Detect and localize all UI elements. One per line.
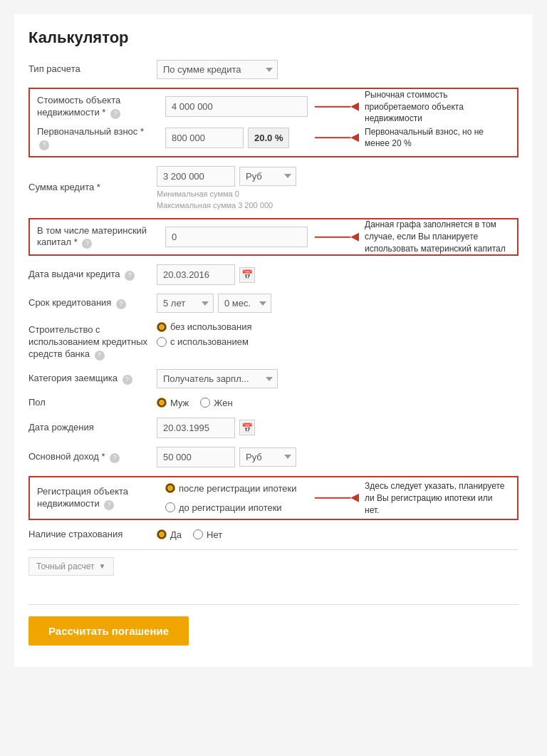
arrow-line <box>315 106 350 108</box>
arrow-line3 <box>315 236 350 237</box>
property-cost-annotation-text: Рыночная стоимость приобретаемого объект… <box>365 89 500 125</box>
initial-payment-row: Первоначальный взнос * ? 20.0 % Первонач… <box>37 126 510 150</box>
arrow-line4 <box>315 497 350 499</box>
construction-radio-group: без использования с использованием <box>157 321 251 347</box>
property-cost-input[interactable] <box>165 96 308 117</box>
divider-2 <box>28 604 519 605</box>
loan-hint-max: Максимальная сумма 3 200 000 <box>157 201 273 209</box>
insurance-yes-option[interactable]: Да <box>157 529 182 540</box>
initial-payment-annotation-text: Первоначальный взнос, но не менее 20 % <box>365 126 500 150</box>
maternity-capital-row: В том числе материнский капитал * ? Данн… <box>37 225 510 249</box>
registration-help-icon[interactable]: ? <box>104 500 114 510</box>
main-income-label: Основной доход * ? <box>28 451 157 463</box>
borrower-category-select[interactable]: Получатель зарпл... Другое <box>157 369 278 388</box>
property-cost-label: Стоимость объекта недвижимости * ? <box>37 95 165 119</box>
main-income-row: Основной доход * ? Руб USD EUR <box>28 447 519 467</box>
divider <box>28 549 519 550</box>
issue-date-help-icon[interactable]: ? <box>125 271 135 281</box>
issue-date-row: Дата выдачи кредита ? 📅 <box>28 264 519 285</box>
gender-label: Пол <box>28 397 157 409</box>
birth-date-row: Дата рождения 📅 <box>28 418 519 438</box>
gender-male-radio[interactable] <box>157 398 167 408</box>
calc-type-label: Тип расчета <box>28 63 157 76</box>
arrow-head-left3 <box>350 232 359 241</box>
insurance-no-option[interactable]: Нет <box>193 529 222 540</box>
registration-radio-2[interactable] <box>165 502 175 512</box>
initial-payment-help-icon[interactable]: ? <box>39 140 49 150</box>
gender-radio-group: Муж Жен <box>157 398 233 408</box>
initial-payment-input[interactable] <box>165 128 244 148</box>
registration-annotation: Здесь следует указать, планируете ли Вы … <box>315 480 507 516</box>
insurance-label: Наличие страхования <box>28 529 157 541</box>
construction-option-2[interactable]: с использованием <box>157 336 251 347</box>
calc-type-row: Тип расчета По сумме кредита По размеру … <box>28 60 519 79</box>
construction-radio-2[interactable] <box>157 337 167 347</box>
construction-row: Строительство с использованием кредитных… <box>28 321 519 361</box>
arrow-line2 <box>315 138 350 139</box>
registration-label: Регистрация объекта недвижимости ? <box>37 483 165 510</box>
main-income-help-icon[interactable]: ? <box>110 453 120 463</box>
construction-radio-1[interactable] <box>157 322 167 332</box>
registration-radio-group: после регистрации ипотеки до регистрации… <box>165 483 296 513</box>
loan-term-label: Срок кредитования ? <box>28 297 157 309</box>
construction-label: Строительство с использованием кредитных… <box>28 321 157 361</box>
maternity-capital-annotation-text: Данная графа заполняется в том случае, е… <box>365 219 507 254</box>
issue-date-calendar-icon[interactable]: 📅 <box>239 267 255 283</box>
insurance-radio-group: Да Нет <box>157 529 222 540</box>
registration-annotation-text: Здесь следует указать, планируете ли Вы … <box>365 480 507 516</box>
precise-calc-label: Точный расчет <box>36 561 95 571</box>
loan-amount-input[interactable] <box>157 166 235 187</box>
insurance-no-radio[interactable] <box>193 529 203 539</box>
arrow-head-left <box>350 103 359 111</box>
precise-calc-chevron-icon: ▼ <box>99 562 106 570</box>
insurance-yes-radio[interactable] <box>157 529 167 539</box>
borrower-category-row: Категория заемщика ? Получатель зарпл...… <box>28 369 519 388</box>
precise-calc-toggle[interactable]: Точный расчет ▼ <box>28 557 114 576</box>
loan-term-months-select[interactable]: 0 мес. 1 мес. 2 мес. 6 мес. <box>218 294 271 313</box>
gender-row: Пол Муж Жен <box>28 397 519 409</box>
main-income-input[interactable] <box>157 447 235 467</box>
birth-date-label: Дата рождения <box>28 422 157 434</box>
calculate-button[interactable]: Рассчитать погашение <box>28 616 189 646</box>
arrow-head-left4 <box>350 494 359 502</box>
page-title: Калькулятор <box>28 29 519 47</box>
loan-hint-min: Минимальная сумма 0 <box>157 190 239 198</box>
property-cost-help-icon[interactable]: ? <box>110 109 120 119</box>
registration-row: Регистрация объекта недвижимости ? после… <box>37 483 510 513</box>
registration-option-1[interactable]: после регистрации ипотеки <box>165 483 296 494</box>
maternity-capital-label: В том числе материнский капитал * ? <box>37 225 165 249</box>
loan-amount-label: Сумма кредита * <box>28 182 157 194</box>
maternity-capital-help-icon[interactable]: ? <box>82 239 92 249</box>
initial-payment-percent: 20.0 % <box>248 128 289 148</box>
loan-currency-select[interactable]: Руб USD EUR <box>239 167 296 186</box>
initial-payment-annotation: Первоначальный взнос, но не менее 20 % <box>315 126 500 150</box>
registration-box: Регистрация объекта недвижимости ? после… <box>28 476 519 520</box>
income-currency-select[interactable]: Руб USD EUR <box>239 447 296 467</box>
property-cost-box: Стоимость объекта недвижимости * ? Рыноч… <box>28 88 519 157</box>
registration-option-2[interactable]: до регистрации ипотеки <box>165 502 296 513</box>
insurance-row: Наличие страхования Да Нет <box>28 529 519 541</box>
property-cost-row: Стоимость объекта недвижимости * ? Рыноч… <box>37 95 510 119</box>
loan-amount-row: Сумма кредита * Руб USD EUR Минимальная … <box>28 166 519 209</box>
issue-date-label: Дата выдачи кредита ? <box>28 269 157 281</box>
maternity-capital-input[interactable] <box>165 227 308 247</box>
calc-type-select[interactable]: По сумме кредита По размеру платежа <box>157 60 278 79</box>
initial-payment-label: Первоначальный взнос * ? <box>37 126 165 150</box>
registration-radio-1[interactable] <box>165 483 175 493</box>
borrower-category-help-icon[interactable]: ? <box>123 375 132 385</box>
gender-female-option[interactable]: Жен <box>200 398 232 408</box>
issue-date-input[interactable] <box>157 264 235 285</box>
loan-term-row: Срок кредитования ? 5 лет 1 лет 10 лет 1… <box>28 294 519 313</box>
property-cost-annotation: Рыночная стоимость приобретаемого объект… <box>315 89 500 125</box>
gender-male-option[interactable]: Муж <box>157 398 189 408</box>
gender-female-radio[interactable] <box>200 398 210 408</box>
arrow-head-left2 <box>350 134 359 143</box>
birth-date-calendar-icon[interactable]: 📅 <box>239 420 255 435</box>
birth-date-input[interactable] <box>157 418 235 438</box>
maternity-capital-annotation: Данная графа заполняется в том случае, е… <box>315 219 507 254</box>
maternity-capital-box: В том числе материнский капитал * ? Данн… <box>28 218 519 257</box>
loan-term-help-icon[interactable]: ? <box>116 299 126 309</box>
loan-term-years-select[interactable]: 5 лет 1 лет 10 лет 15 лет 20 лет <box>157 294 214 313</box>
construction-help-icon[interactable]: ? <box>95 351 105 361</box>
construction-option-1[interactable]: без использования <box>157 321 251 332</box>
